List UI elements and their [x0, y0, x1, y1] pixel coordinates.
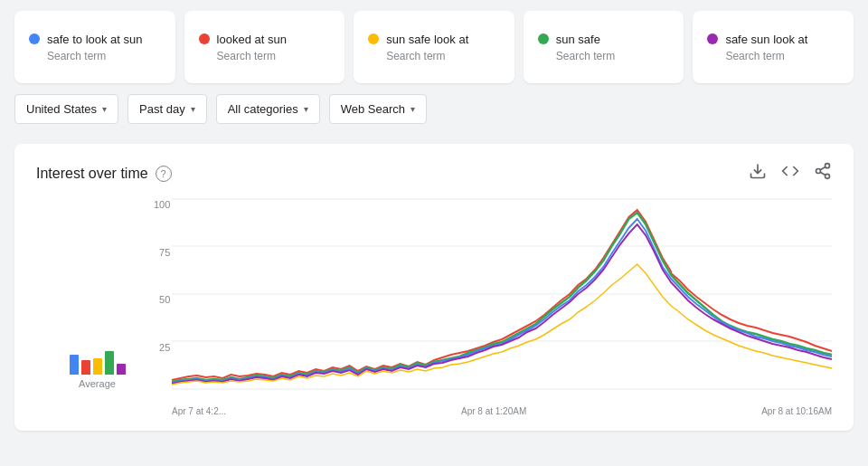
filter-label-category: All categories — [228, 102, 298, 116]
filter-btn-category[interactable]: All categories ▾ — [216, 94, 320, 124]
term-name-row-3: sun safe look at — [368, 33, 500, 46]
top-section: safe to look at sun Search term looked a… — [0, 0, 868, 133]
help-icon[interactable]: ? — [156, 166, 172, 182]
chevron-icon-category: ▾ — [304, 104, 308, 114]
term-dot-5 — [707, 33, 718, 44]
term-name-row-5: safe sun look at — [707, 33, 839, 46]
share-icon[interactable] — [814, 162, 832, 185]
term-subtitle-5: Search term — [707, 50, 839, 62]
avg-bar-2 — [81, 360, 90, 375]
y-label-25: 25 — [159, 342, 170, 353]
chart-title: Interest over time — [36, 166, 148, 182]
x-label-2: Apr 8 at 1:20AM — [461, 406, 526, 416]
avg-label: Average — [79, 378, 116, 389]
term-card-2[interactable]: looked at sun Search term — [184, 11, 345, 83]
filters-row: United States ▾ Past day ▾ All categorie… — [14, 94, 854, 124]
term-card-3[interactable]: sun safe look at Search term — [354, 11, 514, 83]
filter-label-searchtype: Web Search — [341, 102, 405, 116]
avg-bar-5 — [117, 364, 126, 375]
svg-point-1 — [816, 169, 821, 174]
term-subtitle-4: Search term — [538, 50, 670, 62]
term-name-row-4: sun safe — [538, 33, 670, 46]
y-label-50: 50 — [159, 294, 170, 305]
chart-header: Interest over time ? — [36, 162, 832, 185]
line-purple — [172, 224, 832, 384]
chevron-icon-time: ▾ — [191, 104, 195, 114]
svg-point-0 — [826, 164, 830, 168]
chevron-icon-searchtype: ▾ — [410, 104, 415, 114]
x-label-3: Apr 8 at 10:16AM — [761, 406, 832, 416]
term-card-4[interactable]: sun safe Search term — [524, 11, 684, 83]
term-name-5: safe sun look at — [725, 33, 807, 46]
line-blue — [172, 219, 832, 383]
embed-icon[interactable] — [781, 162, 799, 185]
svg-point-2 — [826, 174, 830, 178]
chart-actions — [749, 162, 832, 185]
term-name-row-2: looked at sun — [199, 33, 331, 46]
svg-line-3 — [820, 172, 826, 175]
download-icon[interactable] — [749, 162, 767, 185]
term-name-2: looked at sun — [217, 33, 287, 46]
term-dot-4 — [538, 33, 549, 44]
term-dot-1 — [29, 33, 40, 44]
chart-section: Interest over time ? 100 75 50 25 — [14, 144, 854, 431]
avg-bar-4 — [105, 351, 114, 375]
term-card-1[interactable]: safe to look at sun Search term — [14, 11, 175, 83]
y-label-75: 75 — [159, 247, 170, 258]
chart-container: 100 75 50 25 Average — [36, 199, 832, 416]
line-red — [172, 210, 832, 380]
term-name-3: sun safe look at — [386, 33, 468, 46]
term-subtitle-2: Search term — [199, 50, 331, 62]
chart-svg-area — [172, 199, 832, 389]
avg-bars — [70, 347, 126, 375]
filter-btn-time[interactable]: Past day ▾ — [127, 94, 207, 124]
chevron-icon-region: ▾ — [102, 104, 107, 114]
avg-section: Average — [36, 347, 158, 389]
term-subtitle-3: Search term — [368, 50, 500, 62]
svg-line-4 — [820, 166, 826, 169]
terms-row: safe to look at sun Search term looked a… — [14, 11, 854, 83]
term-subtitle-1: Search term — [29, 50, 161, 62]
filter-btn-searchtype[interactable]: Web Search ▾ — [329, 94, 427, 124]
term-card-5[interactable]: safe sun look at Search term — [693, 11, 854, 83]
line-green — [172, 213, 832, 382]
x-label-1: Apr 7 at 4:2... — [172, 406, 226, 416]
term-dot-3 — [368, 33, 379, 44]
line-yellow — [172, 264, 832, 385]
filter-label-region: United States — [26, 102, 97, 116]
term-name-4: sun safe — [556, 33, 600, 46]
term-dot-2 — [199, 33, 210, 44]
x-axis-labels: Apr 7 at 4:2... Apr 8 at 1:20AM Apr 8 at… — [172, 395, 832, 416]
filter-btn-region[interactable]: United States ▾ — [14, 94, 118, 124]
y-label-100: 100 — [154, 199, 170, 210]
avg-bar-1 — [70, 355, 79, 375]
avg-bar-3 — [93, 358, 102, 375]
term-name-row-1: safe to look at sun — [29, 33, 161, 46]
chart-svg — [172, 199, 832, 389]
term-name-1: safe to look at sun — [47, 33, 143, 46]
chart-title-row: Interest over time ? — [36, 166, 172, 182]
filter-label-time: Past day — [139, 102, 185, 116]
